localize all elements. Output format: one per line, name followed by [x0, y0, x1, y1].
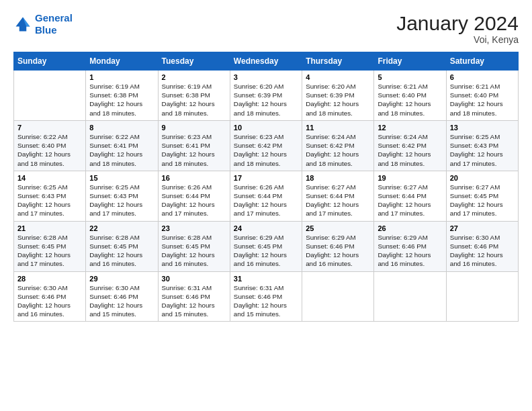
logo-icon [13, 15, 32, 34]
day-number: 20 [450, 174, 515, 182]
day-number: 1 [89, 73, 154, 81]
day-info: Sunrise: 6:19 AM Sunset: 6:38 PM Dayligh… [162, 82, 226, 118]
calendar-table: SundayMondayTuesdayWednesdayThursdayFrid… [13, 52, 519, 322]
calendar-cell: 10Sunrise: 6:23 AM Sunset: 6:42 PM Dayli… [230, 120, 302, 171]
day-info: Sunrise: 6:29 AM Sunset: 6:45 PM Dayligh… [234, 233, 298, 269]
week-row-4: 21Sunrise: 6:28 AM Sunset: 6:45 PM Dayli… [14, 221, 519, 271]
calendar-cell: 23Sunrise: 6:28 AM Sunset: 6:45 PM Dayli… [158, 221, 230, 271]
day-info: Sunrise: 6:27 AM Sunset: 6:44 PM Dayligh… [378, 183, 442, 218]
page: General Blue January 2024 Voi, Kenya Sun… [0, 0, 532, 411]
calendar-cell: 28Sunrise: 6:30 AM Sunset: 6:46 PM Dayli… [14, 271, 86, 322]
day-number: 31 [234, 275, 298, 283]
page-subtitle: Voi, Kenya [396, 34, 519, 45]
day-info: Sunrise: 6:31 AM Sunset: 6:46 PM Dayligh… [234, 283, 298, 319]
calendar-cell [302, 271, 374, 322]
day-number: 16 [162, 174, 226, 182]
day-number: 25 [306, 224, 370, 232]
day-number: 9 [162, 124, 226, 132]
calendar-cell: 16Sunrise: 6:26 AM Sunset: 6:44 PM Dayli… [158, 171, 230, 221]
day-info: Sunrise: 6:29 AM Sunset: 6:46 PM Dayligh… [306, 233, 370, 269]
calendar-cell: 27Sunrise: 6:30 AM Sunset: 6:46 PM Dayli… [446, 221, 518, 271]
day-info: Sunrise: 6:26 AM Sunset: 6:44 PM Dayligh… [234, 183, 298, 218]
calendar-cell: 15Sunrise: 6:25 AM Sunset: 6:43 PM Dayli… [86, 171, 158, 221]
day-header-thursday: Thursday [302, 52, 374, 71]
calendar-cell: 1Sunrise: 6:19 AM Sunset: 6:38 PM Daylig… [86, 71, 158, 121]
day-info: Sunrise: 6:22 AM Sunset: 6:41 PM Dayligh… [89, 132, 154, 168]
calendar-cell [446, 271, 518, 322]
calendar-cell: 2Sunrise: 6:19 AM Sunset: 6:38 PM Daylig… [158, 71, 230, 121]
calendar-cell: 22Sunrise: 6:28 AM Sunset: 6:45 PM Dayli… [86, 221, 158, 271]
day-number: 8 [89, 124, 154, 132]
calendar-cell: 20Sunrise: 6:27 AM Sunset: 6:45 PM Dayli… [446, 171, 518, 221]
day-info: Sunrise: 6:30 AM Sunset: 6:46 PM Dayligh… [17, 283, 82, 319]
day-number: 7 [17, 124, 82, 132]
week-row-5: 28Sunrise: 6:30 AM Sunset: 6:46 PM Dayli… [14, 271, 519, 322]
day-info: Sunrise: 6:27 AM Sunset: 6:44 PM Dayligh… [306, 183, 370, 218]
day-header-saturday: Saturday [446, 52, 518, 71]
calendar-cell: 3Sunrise: 6:20 AM Sunset: 6:39 PM Daylig… [230, 71, 302, 121]
day-number: 17 [234, 174, 298, 182]
day-number: 4 [306, 73, 370, 81]
day-header-sunday: Sunday [14, 52, 86, 71]
day-number: 30 [162, 275, 226, 283]
calendar-cell: 18Sunrise: 6:27 AM Sunset: 6:44 PM Dayli… [302, 171, 374, 221]
week-row-2: 7Sunrise: 6:22 AM Sunset: 6:40 PM Daylig… [14, 120, 519, 171]
day-number: 23 [162, 224, 226, 232]
calendar-cell [374, 271, 446, 322]
day-number: 21 [17, 224, 82, 232]
calendar-cell: 8Sunrise: 6:22 AM Sunset: 6:41 PM Daylig… [86, 120, 158, 171]
calendar-cell: 4Sunrise: 6:20 AM Sunset: 6:39 PM Daylig… [302, 71, 374, 121]
day-info: Sunrise: 6:21 AM Sunset: 6:40 PM Dayligh… [450, 82, 515, 118]
day-info: Sunrise: 6:30 AM Sunset: 6:46 PM Dayligh… [450, 233, 515, 269]
day-number: 5 [378, 73, 442, 81]
day-number: 12 [378, 124, 442, 132]
day-info: Sunrise: 6:24 AM Sunset: 6:42 PM Dayligh… [306, 132, 370, 168]
page-title: January 2024 [396, 12, 519, 34]
calendar-cell: 17Sunrise: 6:26 AM Sunset: 6:44 PM Dayli… [230, 171, 302, 221]
calendar-cell: 24Sunrise: 6:29 AM Sunset: 6:45 PM Dayli… [230, 221, 302, 271]
calendar-cell: 5Sunrise: 6:21 AM Sunset: 6:40 PM Daylig… [374, 71, 446, 121]
calendar-cell: 9Sunrise: 6:23 AM Sunset: 6:41 PM Daylig… [158, 120, 230, 171]
day-info: Sunrise: 6:26 AM Sunset: 6:44 PM Dayligh… [162, 183, 226, 218]
calendar-cell: 7Sunrise: 6:22 AM Sunset: 6:40 PM Daylig… [14, 120, 86, 171]
day-number: 26 [378, 224, 442, 232]
week-row-1: 1Sunrise: 6:19 AM Sunset: 6:38 PM Daylig… [14, 71, 519, 121]
day-header-tuesday: Tuesday [158, 52, 230, 71]
day-number: 14 [17, 174, 82, 182]
calendar-cell: 12Sunrise: 6:24 AM Sunset: 6:42 PM Dayli… [374, 120, 446, 171]
calendar-cell: 31Sunrise: 6:31 AM Sunset: 6:46 PM Dayli… [230, 271, 302, 322]
day-info: Sunrise: 6:29 AM Sunset: 6:46 PM Dayligh… [378, 233, 442, 269]
header-row: SundayMondayTuesdayWednesdayThursdayFrid… [14, 52, 519, 71]
day-header-wednesday: Wednesday [230, 52, 302, 71]
day-info: Sunrise: 6:28 AM Sunset: 6:45 PM Dayligh… [89, 233, 154, 269]
day-number: 22 [89, 224, 154, 232]
calendar-cell: 13Sunrise: 6:25 AM Sunset: 6:43 PM Dayli… [446, 120, 518, 171]
day-info: Sunrise: 6:24 AM Sunset: 6:42 PM Dayligh… [378, 132, 442, 168]
day-number: 27 [450, 224, 515, 232]
day-number: 2 [162, 73, 226, 81]
day-info: Sunrise: 6:27 AM Sunset: 6:45 PM Dayligh… [450, 183, 515, 218]
day-number: 6 [450, 73, 515, 81]
day-number: 11 [306, 124, 370, 132]
day-header-friday: Friday [374, 52, 446, 71]
day-info: Sunrise: 6:23 AM Sunset: 6:42 PM Dayligh… [234, 132, 298, 168]
calendar-cell: 29Sunrise: 6:30 AM Sunset: 6:46 PM Dayli… [86, 271, 158, 322]
day-info: Sunrise: 6:25 AM Sunset: 6:43 PM Dayligh… [17, 183, 82, 218]
day-number: 15 [89, 174, 154, 182]
calendar-cell: 11Sunrise: 6:24 AM Sunset: 6:42 PM Dayli… [302, 120, 374, 171]
logo: General Blue [13, 12, 73, 36]
day-info: Sunrise: 6:25 AM Sunset: 6:43 PM Dayligh… [89, 183, 154, 218]
title-block: January 2024 Voi, Kenya [396, 12, 519, 45]
day-number: 19 [378, 174, 442, 182]
calendar-cell [14, 71, 86, 121]
day-number: 28 [17, 275, 82, 283]
day-info: Sunrise: 6:20 AM Sunset: 6:39 PM Dayligh… [234, 82, 298, 118]
calendar-cell: 21Sunrise: 6:28 AM Sunset: 6:45 PM Dayli… [14, 221, 86, 271]
day-number: 18 [306, 174, 370, 182]
calendar-cell: 19Sunrise: 6:27 AM Sunset: 6:44 PM Dayli… [374, 171, 446, 221]
day-number: 10 [234, 124, 298, 132]
day-info: Sunrise: 6:19 AM Sunset: 6:38 PM Dayligh… [89, 82, 154, 118]
header: General Blue January 2024 Voi, Kenya [13, 12, 519, 45]
day-number: 29 [89, 275, 154, 283]
week-row-3: 14Sunrise: 6:25 AM Sunset: 6:43 PM Dayli… [14, 171, 519, 221]
